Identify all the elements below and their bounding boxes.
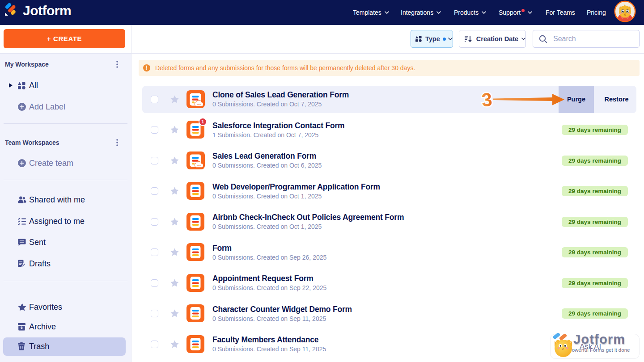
svg-text:3: 3: [481, 89, 493, 111]
